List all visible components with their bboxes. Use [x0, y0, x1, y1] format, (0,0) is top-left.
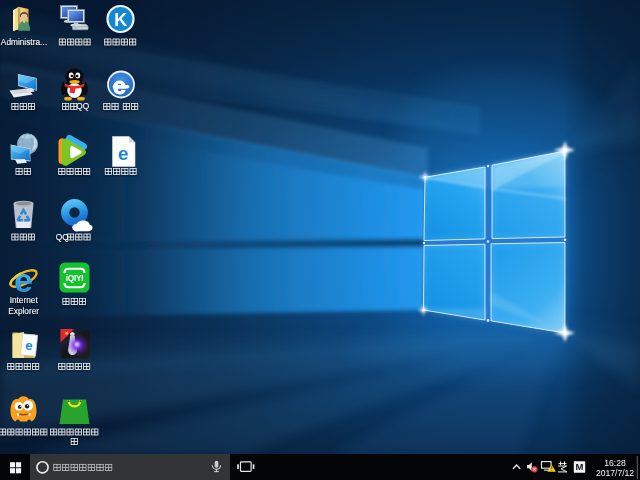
svg-text:2017/7/12: 2017/7/12: [596, 468, 634, 478]
svg-text:e: e: [25, 338, 34, 354]
svg-text:16:28: 16:28: [604, 458, 626, 468]
svg-text:Explorer: Explorer: [8, 306, 39, 316]
svg-text:M: M: [576, 461, 584, 472]
svg-text:QQ: QQ: [76, 101, 89, 111]
svg-text:e: e: [118, 143, 129, 164]
svg-text:Internet: Internet: [10, 295, 39, 305]
svg-text:K: K: [114, 10, 127, 30]
svg-text:iQIYI: iQIYI: [66, 273, 84, 283]
svg-text:e: e: [14, 261, 33, 299]
svg-text:Administra...: Administra...: [1, 37, 47, 47]
